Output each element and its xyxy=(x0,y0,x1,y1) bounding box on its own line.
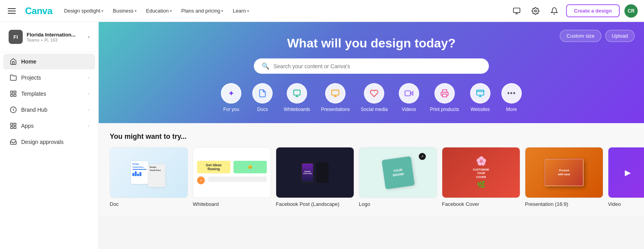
sidebar-item-projects[interactable]: Projects › xyxy=(3,70,95,85)
cat-more-label: More xyxy=(506,107,517,112)
search-bar: 🔍 xyxy=(254,58,489,74)
logo-thumbnail: YOURBRAND ↗ xyxy=(359,147,437,198)
whiteboards-icon xyxy=(287,83,307,104)
card-whiteboard[interactable]: Get ideasflowing 😊 ✓ Whiteboard xyxy=(193,147,271,207)
card-logo-label: Logo xyxy=(359,201,437,207)
svg-rect-8 xyxy=(11,123,13,125)
sidebar-item-label: Design approvals xyxy=(21,139,63,145)
apps-icon xyxy=(9,122,17,130)
svg-point-2 xyxy=(45,38,47,40)
brand-icon xyxy=(9,106,17,114)
monitor-icon[interactable] xyxy=(510,4,524,18)
whiteboard-thumbnail: Get ideasflowing 😊 ✓ xyxy=(193,147,271,198)
content-area: Custom size Upload What will you design … xyxy=(99,22,644,249)
org-info: Florida Internation... Teams • 163 xyxy=(27,32,84,42)
sidebar-item-label: Templates xyxy=(21,91,46,97)
canva-logo[interactable]: Canva xyxy=(25,5,52,16)
svg-rect-12 xyxy=(294,90,300,95)
search-icon: 🔍 xyxy=(262,62,270,70)
svg-rect-15 xyxy=(405,91,411,96)
inbox-icon xyxy=(9,138,17,146)
card-fb-cover-label: Facebook Cover xyxy=(442,201,520,207)
category-social-media[interactable]: Social media xyxy=(361,83,388,112)
main-layout: FI Florida Internation... Teams • 163 ▾ … xyxy=(0,22,644,249)
settings-icon[interactable] xyxy=(528,4,543,18)
team-icon xyxy=(44,38,49,42)
card-presentation[interactable]: Presentwith ease Presentation (16:9) xyxy=(525,147,603,207)
cat-social-label: Social media xyxy=(361,107,388,112)
video-thumbnail: ▶ xyxy=(608,147,644,198)
sidebar-item-label: Brand Hub xyxy=(21,107,47,113)
fbcover-thumbnail: 🌸 CUSTOMISEYOURCOVER 🌿 xyxy=(442,147,520,198)
suggestions-section: You might want to try... Design Visual D… xyxy=(99,123,644,216)
sidebar-item-apps[interactable]: Apps › xyxy=(3,118,95,134)
sidebar: FI Florida Internation... Teams • 163 ▾ … xyxy=(0,22,99,249)
category-whiteboards[interactable]: Whiteboards xyxy=(284,83,310,112)
svg-rect-11 xyxy=(14,127,16,129)
avatar[interactable]: CR xyxy=(624,4,638,18)
print-icon xyxy=(434,83,455,104)
search-input[interactable] xyxy=(273,63,481,69)
nav-education[interactable]: Education ▾ xyxy=(142,5,176,16)
org-name: Florida Internation... xyxy=(27,32,84,38)
category-docs[interactable]: Docs xyxy=(252,83,273,112)
category-videos[interactable]: Videos xyxy=(399,83,419,112)
card-doc[interactable]: Design Visual Docs xyxy=(110,147,188,207)
card-video[interactable]: ▶ Video xyxy=(608,147,644,207)
category-for-you[interactable]: ✦ For you xyxy=(221,83,241,112)
category-presentations[interactable]: Presentations xyxy=(321,83,350,112)
section-title: You might want to try... xyxy=(110,133,633,141)
chevron-icon: ▾ xyxy=(135,9,137,13)
card-facebook-post[interactable]: INSPIRE YOUR FEED Facebook Post (Landsca… xyxy=(276,147,354,207)
nav-business[interactable]: Business ▾ xyxy=(109,5,141,16)
cat-whiteboards-label: Whiteboards xyxy=(284,107,310,112)
sidebar-divider xyxy=(0,52,98,52)
create-design-button[interactable]: Create a design xyxy=(566,4,620,17)
sidebar-item-brandhub[interactable]: Brand Hub › xyxy=(3,102,95,118)
svg-rect-10 xyxy=(11,127,13,129)
topnav: Canva Design spotlight ▾ Business ▾ Educ… xyxy=(0,0,644,22)
nav-learn[interactable]: Learn ▾ xyxy=(229,5,253,16)
doc-thumbnail: Design Visual Docs xyxy=(110,147,188,198)
category-websites[interactable]: Websites xyxy=(470,83,490,112)
card-fb-cover[interactable]: 🌸 CUSTOMISEYOURCOVER 🌿 Facebook Cover xyxy=(442,147,520,207)
svg-rect-9 xyxy=(14,123,16,125)
category-print[interactable]: Print products xyxy=(430,83,459,112)
org-chevron-icon: ▾ xyxy=(88,35,90,39)
card-video-label: Video xyxy=(608,201,644,207)
nav-plans[interactable]: Plans and pricing ▾ xyxy=(177,5,228,16)
org-meta: Teams • 163 xyxy=(27,38,84,42)
social-media-icon xyxy=(364,83,384,104)
topnav-left: Canva Design spotlight ▾ Business ▾ Educ… xyxy=(6,5,253,16)
card-fb-post-label: Facebook Post (Landscape) xyxy=(276,201,354,207)
cat-for-you-label: For you xyxy=(223,107,239,112)
cat-docs-label: Docs xyxy=(257,107,268,112)
org-avatar: FI xyxy=(9,30,23,44)
svg-rect-4 xyxy=(14,91,16,93)
chevron-icon: ▾ xyxy=(101,9,103,13)
custom-size-button[interactable]: Custom size xyxy=(560,30,601,42)
svg-point-1 xyxy=(535,10,537,12)
category-more[interactable]: ••• More xyxy=(501,83,522,112)
sidebar-item-label: Home xyxy=(21,58,36,65)
cat-websites-label: Websites xyxy=(470,107,490,112)
hamburger-menu[interactable] xyxy=(6,7,17,15)
sidebar-item-home[interactable]: Home xyxy=(3,54,95,69)
notification-icon[interactable] xyxy=(547,4,561,18)
topnav-right: Create a design CR xyxy=(510,4,638,18)
sidebar-item-approvals[interactable]: Design approvals xyxy=(3,134,95,150)
hero-banner: Custom size Upload What will you design … xyxy=(99,22,644,123)
sidebar-item-label: Apps xyxy=(21,123,34,129)
svg-rect-17 xyxy=(477,90,484,95)
card-logo[interactable]: YOURBRAND ↗ Logo xyxy=(359,147,437,207)
svg-rect-13 xyxy=(332,90,339,95)
nav-design-spotlight[interactable]: Design spotlight ▾ xyxy=(60,5,108,16)
sidebar-item-templates[interactable]: Templates › xyxy=(3,86,95,102)
sidebar-item-label: Projects xyxy=(21,75,41,81)
folder-icon xyxy=(9,74,17,82)
sidebar-org[interactable]: FI Florida Internation... Teams • 163 ▾ xyxy=(3,27,95,50)
websites-icon xyxy=(470,83,490,104)
chevron-icon: ▾ xyxy=(170,9,172,13)
upload-button[interactable]: Upload xyxy=(605,30,635,42)
fb-thumbnail: INSPIRE YOUR FEED xyxy=(276,147,354,198)
